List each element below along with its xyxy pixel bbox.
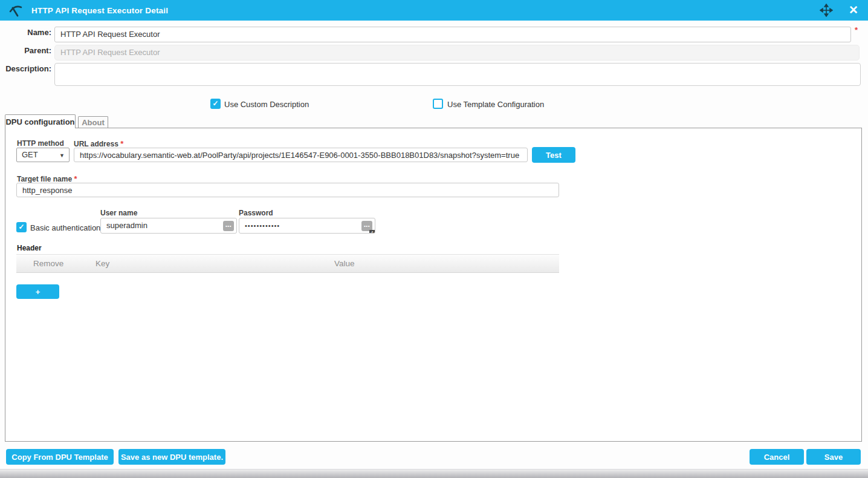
target-file-name-input[interactable]: http_response bbox=[16, 183, 559, 197]
header-section-label: Header bbox=[17, 244, 42, 252]
use-template-configuration-checkbox[interactable] bbox=[433, 99, 443, 109]
background-strip bbox=[0, 469, 868, 478]
url-required-marker: * bbox=[120, 139, 123, 148]
chevron-down-icon: ▼ bbox=[59, 148, 65, 163]
parent-label: Parent: bbox=[0, 46, 51, 55]
close-icon[interactable]: ✕ bbox=[847, 4, 860, 17]
save-as-new-dpu-template-button[interactable]: Save as new DPU template. bbox=[118, 449, 225, 465]
dpu-configuration-panel bbox=[5, 128, 862, 442]
column-header-remove: Remove bbox=[33, 255, 63, 273]
basic-authentication-label[interactable]: Basic authentication bbox=[30, 223, 100, 232]
save-button[interactable]: Save bbox=[806, 449, 861, 465]
http-method-label: HTTP method bbox=[17, 139, 64, 148]
url-address-label: URL address * bbox=[74, 139, 123, 148]
basic-authentication-checkbox[interactable]: ✓ bbox=[16, 222, 27, 232]
name-label: Name: bbox=[0, 28, 51, 37]
use-template-configuration-label[interactable]: Use Template Configuration bbox=[447, 100, 544, 109]
tab-about[interactable]: About bbox=[78, 116, 108, 128]
target-file-required-marker: * bbox=[74, 174, 77, 183]
header-table: Remove Key Value bbox=[16, 254, 559, 273]
description-label: Description: bbox=[0, 64, 51, 73]
parent-input: HTTP API Request Executor bbox=[54, 45, 860, 61]
password-label: Password bbox=[239, 209, 273, 217]
description-textarea[interactable] bbox=[54, 63, 861, 86]
cancel-button[interactable]: Cancel bbox=[750, 449, 804, 465]
user-name-value: superadmin bbox=[106, 221, 147, 230]
user-name-input[interactable]: superadmin ••• bbox=[100, 218, 237, 234]
column-header-key: Key bbox=[96, 255, 109, 273]
password-manager-badge: 4 bbox=[369, 230, 375, 234]
tab-dpu-configuration[interactable]: DPU configuration bbox=[5, 114, 76, 128]
target-file-name-label: Target file name * bbox=[17, 174, 77, 183]
password-manager-icon[interactable]: ••• bbox=[223, 221, 234, 231]
password-value: •••••••••••• bbox=[245, 222, 280, 229]
use-custom-description-checkbox[interactable]: ✓ bbox=[210, 99, 221, 109]
url-address-input[interactable]: https://vocabulary.semantic-web.at/PoolP… bbox=[74, 148, 528, 162]
move-icon[interactable] bbox=[820, 4, 833, 17]
http-method-value: GET bbox=[22, 150, 38, 159]
http-method-select[interactable]: GET ▼ bbox=[16, 148, 70, 162]
name-required-marker: * bbox=[855, 25, 858, 34]
test-button[interactable]: Test bbox=[532, 147, 575, 163]
password-input[interactable]: •••••••••••• ••• 4 bbox=[239, 218, 375, 234]
pickaxe-icon bbox=[8, 4, 23, 17]
copy-from-dpu-template-button[interactable]: Copy From DPU Template bbox=[6, 449, 114, 465]
dialog: HTTP API Request Executor Detail ✕ Name:… bbox=[0, 0, 868, 478]
dialog-title: HTTP API Request Executor Detail bbox=[31, 6, 168, 15]
dialog-titlebar: HTTP API Request Executor Detail ✕ bbox=[0, 0, 868, 21]
use-custom-description-label[interactable]: Use Custom Description bbox=[224, 100, 309, 109]
user-name-label: User name bbox=[100, 209, 137, 217]
name-input[interactable]: HTTP API Request Executor bbox=[54, 27, 851, 42]
add-header-row-button[interactable]: + bbox=[16, 284, 59, 299]
column-header-value: Value bbox=[334, 255, 355, 273]
tab-cover bbox=[5, 127, 75, 128]
